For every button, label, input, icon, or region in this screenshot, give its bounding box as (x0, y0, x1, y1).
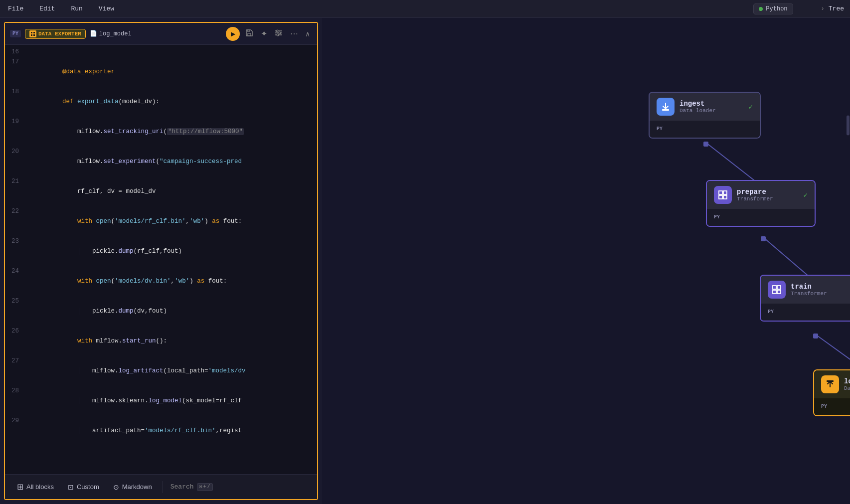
line-content-18: def export_data(model_dv): (25, 87, 315, 117)
line-num-22: 22 (7, 206, 25, 236)
node-train-body: PY (761, 304, 850, 321)
menu-edit[interactable]: Edit (37, 4, 57, 13)
cmd-key: ⌘ (199, 484, 202, 490)
line-num-19: 19 (7, 117, 25, 147)
bottom-toolbar: ⊞ All blocks ⊡ Custom ⊙ Markdown Search … (5, 474, 317, 499)
py-badge: PY (10, 30, 21, 37)
node-ingest-type: Data loader (680, 108, 744, 114)
slash-key: / (207, 484, 210, 490)
svg-rect-3 (33, 34, 35, 36)
settings-icon-button[interactable] (272, 27, 285, 40)
markdown-button[interactable]: ⊙ Markdown (107, 480, 158, 494)
svg-rect-22 (719, 191, 722, 194)
node-train-icon (768, 281, 786, 299)
node-logmodel-py: PY (821, 404, 827, 409)
svg-rect-25 (723, 195, 727, 199)
code-line-23: 23 │ pickle.dump(rf_clf,fout) (5, 236, 317, 266)
file-icon: 📄 (90, 30, 97, 37)
editor-actions: ▶ ✦ (226, 27, 312, 41)
node-ingest-header: ingest Data loader ✓ (650, 93, 760, 121)
collapse-button[interactable]: ∧ (303, 29, 312, 39)
save-icon-button[interactable] (243, 27, 256, 40)
code-line-24: 24 with open('models/dv.bin','wb') as fo… (5, 266, 317, 296)
file-name-text: log_model (99, 30, 132, 37)
node-train-type: Transformer (791, 291, 850, 297)
scrollbar-thumb[interactable] (847, 115, 850, 135)
code-line-22: 22 with open('models/rf_clf.bin','wb') a… (5, 206, 317, 236)
search-label: Search (170, 483, 194, 491)
search-shortcut: ⌘ + / (197, 483, 213, 491)
sparkle-icon-button[interactable]: ✦ (259, 28, 269, 39)
node-train-name: train (791, 283, 850, 291)
svg-rect-1 (33, 32, 35, 33)
node-ingest[interactable]: ingest Data loader ✓ PY (649, 92, 761, 139)
node-prepare-info: prepare Transformer (737, 188, 799, 202)
editor-header: PY DATA EXPORTER 📄 log_model ▶ (5, 23, 317, 45)
node-prepare-name: prepare (737, 188, 799, 196)
custom-icon: ⊡ (68, 483, 74, 491)
line-content-26: with mlflow.start_run(): (25, 326, 315, 356)
line-num-18: 18 (7, 87, 25, 117)
node-prepare[interactable]: prepare Transformer ✓ PY (706, 180, 816, 227)
more-icon-button[interactable]: ⋯ (288, 28, 300, 39)
menu-file[interactable]: File (6, 4, 25, 13)
svg-rect-0 (31, 32, 32, 33)
node-train-info: train Transformer (791, 283, 850, 297)
node-prepare-header: prepare Transformer ✓ (707, 181, 815, 209)
main-content: PY DATA EXPORTER 📄 log_model ▶ (0, 18, 850, 504)
line-content-23: │ pickle.dump(rf_clf,fout) (25, 236, 315, 266)
svg-point-11 (277, 34, 279, 36)
search-area: Search ⌘ + / (170, 483, 213, 491)
node-logmodel[interactable]: log_model Data exporter ✓ PY (813, 369, 850, 416)
line-content-16 (25, 47, 315, 57)
scrollbar[interactable] (846, 115, 850, 407)
code-line-18: 18 def export_data(model_dv): (5, 87, 317, 117)
line-content-25: │ pickle.dump(dv,fout) (25, 296, 315, 326)
line-num-20: 20 (7, 147, 25, 176)
line-content-20: mlflow.set_experiment("campaign-success-… (25, 147, 315, 176)
svg-point-10 (279, 32, 281, 34)
connections-svg (322, 18, 850, 504)
svg-rect-13 (703, 142, 708, 147)
node-prepare-check: ✓ (804, 191, 808, 199)
svg-rect-30 (827, 380, 834, 382)
node-ingest-info: ingest Data loader (680, 100, 744, 114)
line-content-19: mlflow.set_tracking_uri("http://mlflow:5… (25, 117, 315, 147)
line-content-22: with open('models/rf_clf.bin','wb') as f… (25, 206, 315, 236)
line-num-23: 23 (7, 236, 25, 266)
code-line-25: 25 │ pickle.dump(dv,fout) (5, 296, 317, 326)
svg-rect-23 (723, 191, 727, 194)
line-num-16: 16 (7, 47, 25, 57)
line-num-26: 26 (7, 326, 25, 356)
file-name-container: 📄 log_model (90, 30, 132, 37)
block-type-badge: DATA EXPORTER (25, 29, 86, 39)
editor-panel: PY DATA EXPORTER 📄 log_model ▶ (4, 22, 318, 500)
code-line-20: 20 mlflow.set_experiment("campaign-succe… (5, 147, 317, 176)
code-area[interactable]: 16 17 @data_exporter 18 def export_data(… (5, 45, 317, 474)
markdown-label: Markdown (122, 483, 152, 491)
toolbar-divider (162, 481, 163, 493)
node-prepare-body: PY (707, 209, 815, 226)
node-logmodel-icon (821, 375, 839, 393)
svg-rect-16 (761, 236, 766, 241)
line-num-27: 27 (7, 356, 25, 386)
svg-rect-21 (662, 109, 669, 111)
custom-label: Custom (77, 483, 99, 491)
code-line-19: 19 mlflow.set_tracking_uri("http://mlflo… (5, 117, 317, 147)
node-prepare-py: PY (714, 214, 720, 220)
svg-rect-27 (777, 286, 781, 289)
node-train[interactable]: train Transformer ✓ PY (760, 275, 850, 322)
menu-view[interactable]: View (97, 4, 116, 13)
menu-bar: File Edit Run View Python › Tree (0, 0, 850, 18)
line-content-24: with open('models/dv.bin','wb') as fout: (25, 266, 315, 296)
all-blocks-button[interactable]: ⊞ All blocks (11, 479, 60, 495)
run-button[interactable]: ▶ (226, 27, 240, 41)
line-num-24: 24 (7, 266, 25, 296)
node-train-header: train Transformer ✓ (761, 276, 850, 304)
node-logmodel-body: PY (814, 398, 850, 415)
svg-rect-24 (719, 195, 722, 199)
tree-chevron-icon: › (821, 5, 825, 12)
custom-button[interactable]: ⊡ Custom (62, 480, 105, 494)
menu-run[interactable]: Run (69, 4, 84, 13)
node-ingest-name: ingest (680, 100, 744, 108)
